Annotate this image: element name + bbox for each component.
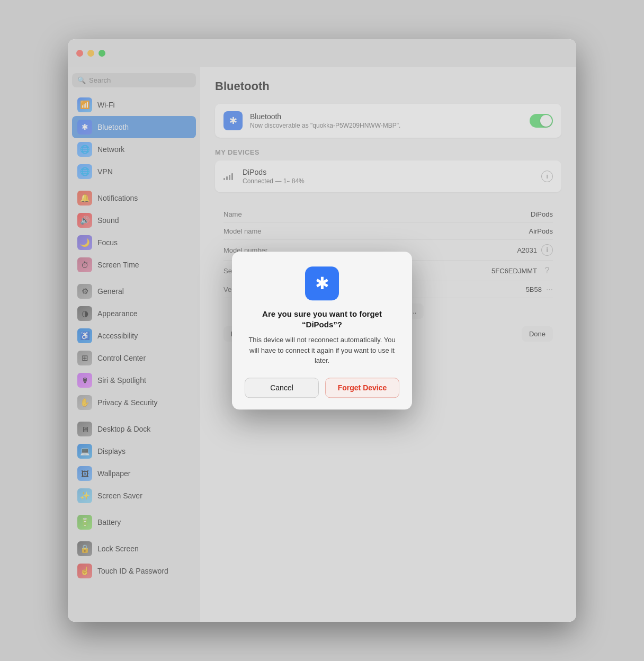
dialog-bluetooth-icon: ✱ bbox=[305, 266, 339, 300]
main-window: 🔍 📶Wi-Fi✱Bluetooth🌐Network🌐VPN🔔Notificat… bbox=[68, 39, 576, 622]
dialog-cancel-button[interactable]: Cancel bbox=[245, 378, 319, 398]
forget-dialog: ✱ Are you sure you want to forget “DiPod… bbox=[232, 252, 412, 409]
dialog-title: Are you sure you want to forget “DiPods”… bbox=[245, 309, 399, 329]
dialog-buttons: Cancel Forget Device bbox=[245, 378, 399, 398]
dialog-body: This device will not reconnect automatic… bbox=[245, 335, 399, 366]
dialog-forget-button[interactable]: Forget Device bbox=[325, 378, 399, 398]
